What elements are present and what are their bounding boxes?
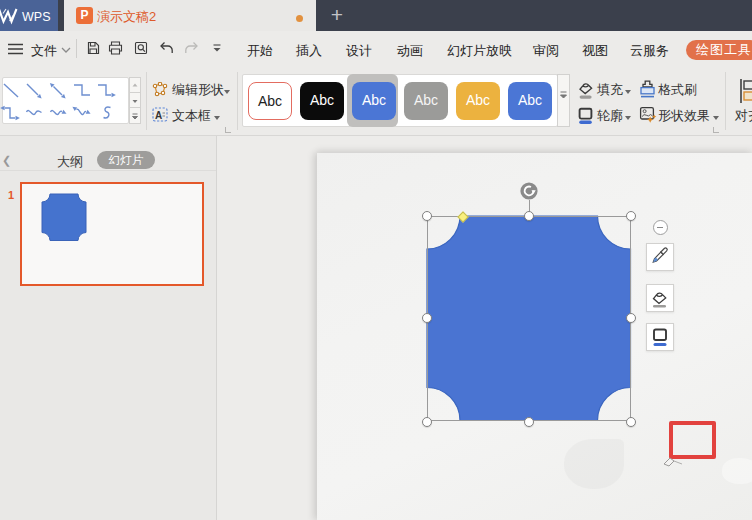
svg-text:A: A (155, 110, 162, 121)
svg-text:WPS: WPS (22, 10, 50, 24)
